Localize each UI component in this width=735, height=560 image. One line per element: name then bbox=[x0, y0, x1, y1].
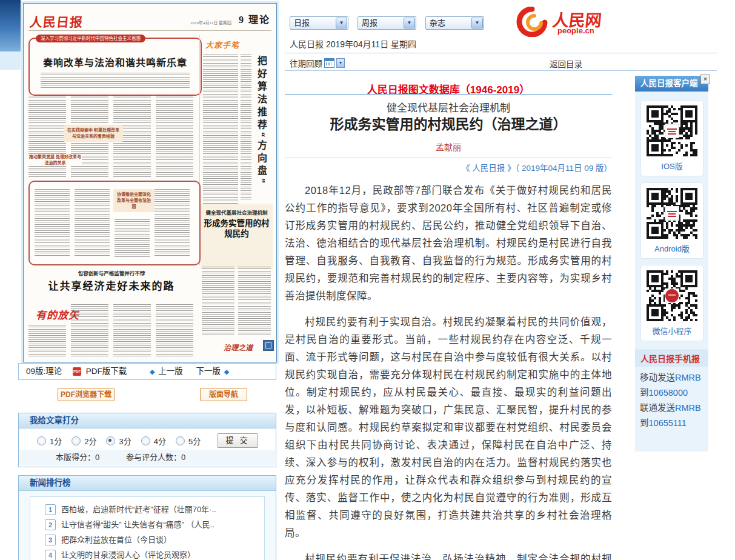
newspaper-headline-1: 奏响改革与法治和谐共鸣新乐章 bbox=[30, 55, 201, 69]
score-label: 本版得分： bbox=[56, 453, 95, 462]
newspaper-microtext bbox=[156, 96, 193, 177]
qr-label-wechat[interactable]: 微信小程序 bbox=[641, 325, 703, 336]
newspaper-masthead-row: 人民日报 2019年4月11日 星期四 9 理论 bbox=[28, 11, 271, 31]
weekly-select[interactable]: 周报 ▼ bbox=[358, 16, 416, 30]
newspaper-microtext bbox=[71, 304, 108, 356]
newspaper-logo-zhilizhidao: 治理之道 bbox=[224, 342, 253, 353]
newspaper-date: 2019年4月11日 星期四 bbox=[190, 19, 231, 25]
newspaper-masthead: 人民日报 bbox=[29, 12, 84, 30]
count-label: 参与评分人数： bbox=[126, 453, 181, 462]
ranking-list: 1西柏坡，启迪新时代“赶考”征程（壮丽70年·.. 2让守信者得“甜头” 让失信… bbox=[30, 496, 265, 560]
newspaper-microtext bbox=[41, 73, 190, 88]
calendar-icon[interactable] bbox=[324, 58, 334, 68]
article-paragraph: 村规民约要有利于促进法治。弘扬法治精神，制定合法合规的村规民约，并引导村民认真履… bbox=[285, 550, 612, 560]
app-client-sidebar: 人民日报客户端 IOS版 Android版 微信小程序 人民日报手机报 移动发送… bbox=[635, 76, 708, 452]
pdf-download-link[interactable]: PDF版下载 bbox=[86, 367, 127, 376]
ranking-item-1[interactable]: 1西柏坡，启迪新时代“赶考”征程（壮丽70年·.. bbox=[45, 503, 216, 514]
chevron-down-icon[interactable]: ▼ bbox=[471, 18, 483, 28]
rating-radio-5[interactable] bbox=[176, 436, 185, 445]
rating-radio-row: 1分 2分 3分 4分 5分 提 交 bbox=[37, 433, 258, 448]
divider bbox=[285, 53, 717, 53]
magazine-select[interactable]: 杂志 ▼ bbox=[425, 16, 484, 30]
newspaper-slogan-banner: 深入学习贯彻习近平新时代中国特色社会主义思想 bbox=[36, 35, 145, 42]
back-to-contents-link[interactable]: 返回目录 bbox=[550, 58, 582, 70]
qr-label-android[interactable]: Android版 bbox=[641, 242, 703, 254]
rating-submit-button[interactable]: 提 交 bbox=[218, 433, 258, 448]
newspaper-microtext bbox=[202, 267, 234, 337]
qr-card-android: Android版 bbox=[640, 182, 703, 259]
daily-select[interactable]: 日报 ▼ bbox=[290, 16, 348, 30]
people-swirl-icon bbox=[516, 7, 548, 37]
rating-stats: 本版得分：0 参与评分人数：0 bbox=[19, 450, 275, 465]
rank-number: 2 bbox=[45, 519, 56, 530]
sms-line: 移动发送RMRB bbox=[640, 370, 708, 385]
newspaper-box-headline: 协调推进全面深化改革与全面依法治国 bbox=[113, 189, 155, 212]
next-page-link[interactable]: 下一版 bbox=[196, 367, 221, 376]
rating-radio-3[interactable] bbox=[106, 436, 115, 445]
rank-text: 把群众利益放在首位（今日谈） bbox=[61, 535, 171, 544]
newspaper-seal-icon bbox=[263, 340, 274, 351]
newspaper-microtext bbox=[241, 55, 251, 200]
qr-card-ios: IOS版 bbox=[640, 100, 703, 176]
rating-label-2: 2分 bbox=[84, 435, 96, 447]
count-value: 0 bbox=[181, 453, 185, 462]
calendar-dropdown-icon[interactable]: ▼ bbox=[336, 58, 345, 68]
ranking-item-4[interactable]: 4让文明的甘泉浸润人心（评论员观察） bbox=[45, 548, 195, 559]
newspaper-microtext bbox=[35, 189, 70, 257]
rating-box: 我给文章打分 1分 2分 3分 4分 5分 提 交 本版得分：0 参与评分人数：… bbox=[18, 413, 276, 467]
next-diamond-icon: ◆ bbox=[224, 368, 229, 375]
rating-radio-2[interactable] bbox=[72, 436, 81, 445]
prev-diamond-icon: ◆ bbox=[150, 368, 155, 375]
divider bbox=[285, 70, 717, 71]
sms-line: 到10658000 bbox=[640, 385, 708, 401]
newspaper-microtext bbox=[113, 304, 151, 356]
page: 人民日报 2019年4月11日 星期四 9 理论 深入学习贯彻习近平新时代中国特… bbox=[0, 0, 735, 560]
rank-text: 西柏坡，启迪新时代“赶考”征程（壮丽70年·.. bbox=[61, 505, 216, 514]
sms-paper-info: 移动发送RMRB 到10658000 联通发送RMRB 到10655111 bbox=[635, 367, 708, 431]
chevron-down-icon[interactable]: ▼ bbox=[336, 18, 347, 28]
sms-line: 联通发送RMRB bbox=[640, 401, 708, 416]
close-icon[interactable]: × bbox=[700, 75, 710, 84]
newspaper-microtext bbox=[75, 189, 110, 257]
article-author: 孟献丽 bbox=[285, 141, 612, 153]
pdf-icon: PDF bbox=[73, 367, 81, 376]
rating-radio-1[interactable] bbox=[37, 436, 46, 445]
article-title: 形成务实管用的村规民约（治理之道） bbox=[285, 113, 612, 133]
article-body: 2018年12月，民政部等7部门联合发布《关于做好村规民约和居民公约工作的指导意… bbox=[285, 182, 612, 560]
qr-label-ios[interactable]: IOS版 bbox=[641, 160, 703, 172]
article-source: 《 人民日报 》（ 2019年04月11日 09 版） bbox=[285, 161, 612, 173]
rating-label-4: 4分 bbox=[154, 435, 166, 447]
rank-number: 3 bbox=[45, 535, 56, 545]
chevron-down-icon[interactable]: ▼ bbox=[404, 18, 415, 28]
pdf-browser-download-button[interactable]: PDF浏览器下载 bbox=[58, 388, 115, 401]
qr-code-wechat-mini bbox=[647, 270, 697, 321]
newspaper-microtext bbox=[155, 189, 190, 257]
sms-line: 到10655111 bbox=[640, 416, 708, 431]
logo-domain-text: people.cn bbox=[557, 26, 594, 35]
ranking-item-2[interactable]: 2让守信者得“甜头” 让失信者有“痛感” （人民.. bbox=[45, 518, 215, 529]
rank-text: 让文明的甘泉浸润人心（评论员观察） bbox=[61, 550, 195, 559]
newspaper-microtext bbox=[238, 267, 271, 337]
newspaper-feature-article-highlight: 健全现代基层社会治理机制 形成务实管用的村规民约 bbox=[201, 204, 273, 269]
ranking-title: 新闻排行榜 bbox=[19, 476, 276, 491]
feature-title: 形成务实管用的村规民约 bbox=[201, 218, 273, 239]
qr-card-wechat: 微信小程序 bbox=[640, 265, 703, 341]
prev-page-link[interactable]: 上一版 bbox=[158, 367, 183, 376]
newspaper-kicker-2: 包容创新与严格监管并行不悖 bbox=[24, 269, 199, 276]
paper-date-line: 人民日报 2019年04月11日 星期四 bbox=[290, 38, 416, 50]
ranking-item-3[interactable]: 3把群众利益放在首位（今日谈） bbox=[45, 533, 171, 544]
rating-label-1: 1分 bbox=[50, 435, 62, 447]
layout-navigation-button[interactable]: 版面导航 bbox=[200, 388, 247, 401]
newspaper-microtext bbox=[115, 219, 150, 257]
rank-text: 让守信者得“甜头” 让失信者有“痛感” （人民.. bbox=[61, 520, 215, 529]
rating-label-5: 5分 bbox=[188, 435, 201, 447]
page-label: 09版:理论 bbox=[26, 367, 62, 376]
people-cn-logo[interactable]: 人民网 people.cn bbox=[516, 6, 613, 38]
rating-label-3: 3分 bbox=[119, 435, 131, 447]
prev-issues-widget: 往期回顾 ▼ bbox=[290, 58, 345, 68]
sidebar-title: 人民日报客户端 bbox=[635, 76, 708, 92]
rating-radio-4[interactable] bbox=[141, 436, 150, 445]
qr-code-android bbox=[647, 188, 697, 239]
score-value: 0 bbox=[95, 453, 99, 462]
newspaper-microtext bbox=[28, 325, 66, 356]
